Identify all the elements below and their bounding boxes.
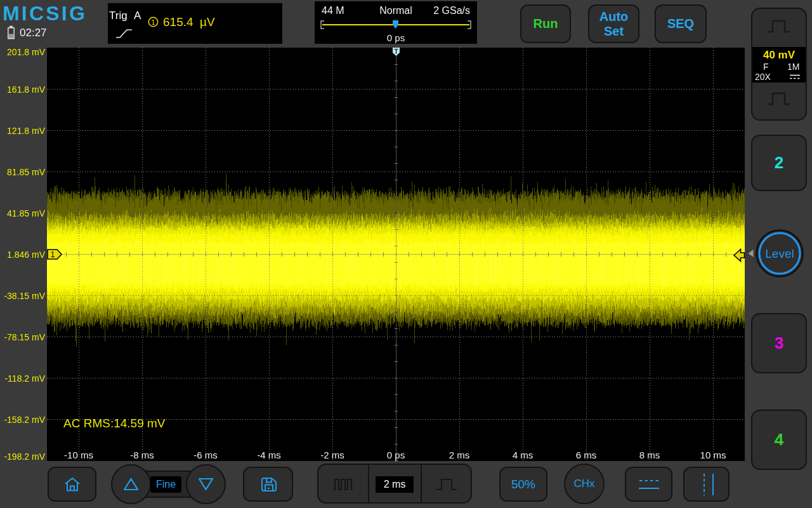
- svg-text:6 ms: 6 ms: [576, 450, 597, 460]
- svg-text:-2 ms: -2 ms: [320, 450, 344, 460]
- svg-text:-4 ms: -4 ms: [257, 450, 281, 460]
- svg-text:-6 ms: -6 ms: [193, 450, 218, 460]
- svg-text:2 ms: 2 ms: [449, 450, 470, 460]
- svg-text:AC RMS:14.59 mV: AC RMS:14.59 mV: [63, 417, 166, 430]
- svg-text:1: 1: [51, 250, 55, 259]
- svg-text:0 ps: 0 ps: [387, 450, 405, 460]
- svg-text:8 ms: 8 ms: [639, 450, 660, 460]
- svg-text:10 ms: 10 ms: [700, 450, 726, 460]
- svg-text:-10 ms: -10 ms: [64, 450, 93, 460]
- svg-text:1: 1: [151, 18, 155, 26]
- svg-text:-8 ms: -8 ms: [130, 450, 154, 460]
- svg-text:T: T: [394, 48, 398, 55]
- svg-text:MICSIG: MICSIG: [3, 4, 87, 23]
- svg-text:4 ms: 4 ms: [513, 450, 534, 460]
- svg-text:Level: Level: [765, 247, 794, 260]
